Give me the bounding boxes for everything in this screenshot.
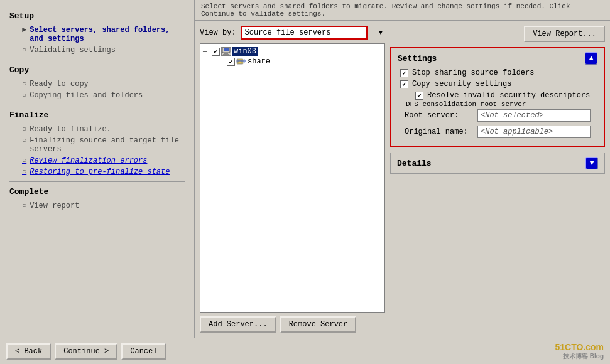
cancel-button[interactable]: Cancel xyxy=(121,343,166,360)
original-name-input[interactable] xyxy=(477,126,591,138)
svg-rect-2 xyxy=(224,53,228,54)
view-by-label: View by: xyxy=(200,28,236,37)
root-server-row: Root server: xyxy=(405,109,591,122)
tree-label-win03: win03 xyxy=(232,47,258,56)
copy-security-label: Copy security settings xyxy=(412,80,511,88)
sidebar-item-ready-copy[interactable]: ○ Ready to copy xyxy=(9,78,185,90)
original-name-label: Original name: xyxy=(405,127,474,136)
stop-sharing-checkbox[interactable]: ✔ xyxy=(400,69,408,77)
sidebar-item-restore[interactable]: ○ Restoring to pre-finalize state xyxy=(9,166,185,178)
server-tree: — ✔ win03 xyxy=(200,43,385,313)
bullet-icon: ○ xyxy=(22,91,26,100)
view-report-button[interactable]: View Report... xyxy=(524,26,605,42)
sidebar-item-select-servers[interactable]: ► Select servers, shared folders, and se… xyxy=(9,24,185,45)
settings-collapse-button[interactable]: ▲ xyxy=(585,52,597,65)
sidebar: Setup ► Select servers, shared folders, … xyxy=(0,0,195,338)
instruction-text: Select servers and shared folders to mig… xyxy=(195,0,610,21)
original-name-row: Original name: xyxy=(405,126,591,138)
bullet-icon: ○ xyxy=(22,80,26,88)
view-by-row: View by: Source file serversDestination … xyxy=(200,26,385,40)
details-box: Details ▼ xyxy=(390,153,605,174)
setup-section-title: Setup xyxy=(9,11,185,21)
stop-sharing-label: Stop sharing source folders xyxy=(412,68,534,77)
sidebar-item-ready-finalize[interactable]: ○ Ready to finalize. xyxy=(9,124,185,135)
finalize-section-title: Finalize xyxy=(9,110,185,120)
continue-button[interactable]: Continue > xyxy=(55,343,117,360)
share-icon xyxy=(236,57,246,66)
bullet-icon: ○ xyxy=(22,125,26,134)
svg-rect-3 xyxy=(223,54,229,55)
details-header: Details ▼ xyxy=(397,157,598,169)
bullet-icon: ► xyxy=(22,26,26,35)
tree-item-win03[interactable]: — ✔ win03 xyxy=(203,46,382,56)
computer-icon xyxy=(221,47,231,56)
resolve-invalid-row: ✔ Resolve invalid security descriptors xyxy=(398,91,597,100)
sidebar-item-copying[interactable]: ○ Copying files and folders xyxy=(9,90,185,101)
bullet-icon: ○ xyxy=(22,168,26,176)
sidebar-item-view-report[interactable]: ○ View report xyxy=(9,200,185,211)
bullet-icon: ○ xyxy=(22,156,26,165)
dfs-group: DFS consolidation root server Root serve… xyxy=(398,105,597,142)
left-panel: View by: Source file serversDestination … xyxy=(200,26,385,333)
bullet-icon: ○ xyxy=(22,46,26,55)
tree-expand-icon[interactable]: — xyxy=(203,48,210,55)
bullet-icon: ○ xyxy=(22,201,26,210)
resolve-invalid-label: Resolve invalid security descriptors xyxy=(427,91,590,100)
dfs-legend: DFS consolidation root server xyxy=(403,100,528,108)
root-server-input[interactable] xyxy=(477,109,591,122)
footer-buttons: < Back Continue > Cancel xyxy=(6,343,166,360)
copy-security-row: ✔ Copy security settings xyxy=(398,80,597,88)
add-server-button[interactable]: Add Server... xyxy=(200,316,276,333)
sidebar-item-review-errors[interactable]: ○ Review finalization errors xyxy=(9,155,185,166)
sidebar-item-validating[interactable]: ○ Validating settings xyxy=(9,45,185,56)
complete-section-title: Complete xyxy=(9,187,185,196)
settings-header: Settings ▲ xyxy=(398,52,597,65)
details-title: Details xyxy=(397,159,432,168)
content-area: Select servers and shared folders to mig… xyxy=(195,0,610,338)
tree-checkbox-share[interactable]: ✔ xyxy=(227,58,235,66)
copy-security-checkbox[interactable]: ✔ xyxy=(400,80,408,88)
settings-title: Settings xyxy=(398,54,437,63)
details-collapse-button[interactable]: ▼ xyxy=(585,157,598,169)
view-by-select[interactable]: Source file serversDestination file serv… xyxy=(241,26,368,40)
tree-item-share[interactable]: ✔ share xyxy=(203,56,382,67)
bottom-buttons: Add Server... Remove Server xyxy=(200,316,385,333)
settings-box: Settings ▲ ✔ Stop sharing source folders… xyxy=(390,47,605,147)
view-by-select-wrapper: Source file serversDestination file serv… xyxy=(241,26,385,40)
footer: < Back Continue > Cancel 51CTO.com 技术博客 … xyxy=(0,338,610,364)
copy-section-title: Copy xyxy=(9,65,185,75)
watermark: 51CTO.com 技术博客 Blog xyxy=(555,342,604,360)
tree-checkbox-win03[interactable]: ✔ xyxy=(212,48,220,56)
root-server-label: Root server: xyxy=(405,111,474,120)
right-panel: View Report... Settings ▲ ✔ Stop sharing… xyxy=(390,26,605,333)
resolve-invalid-checkbox[interactable]: ✔ xyxy=(415,92,423,100)
stop-sharing-row: ✔ Stop sharing source folders xyxy=(398,68,597,77)
sidebar-item-finalizing[interactable]: ○ Finalizing source and target file serv… xyxy=(9,135,185,155)
bullet-icon: ○ xyxy=(22,136,26,145)
svg-rect-1 xyxy=(224,48,229,51)
remove-server-button[interactable]: Remove Server xyxy=(280,316,357,333)
tree-label-share: share xyxy=(248,57,270,66)
back-button[interactable]: < Back xyxy=(6,343,51,360)
